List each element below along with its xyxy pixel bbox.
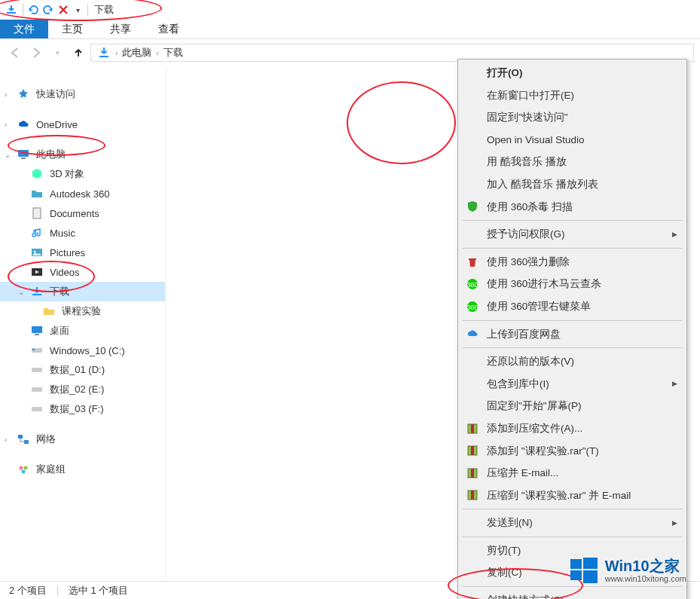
svg-rect-2: [33, 208, 41, 219]
tab-view[interactable]: 查看: [145, 20, 193, 38]
menu-restore[interactable]: 还原以前的版本(V): [460, 350, 685, 373]
svg-rect-11: [32, 387, 42, 392]
label: OneDrive: [36, 119, 78, 130]
menu-kuwo-add[interactable]: 加入 酷我音乐 播放列表: [460, 173, 685, 196]
svg-rect-9: [32, 349, 35, 350]
label: Documents: [50, 208, 99, 219]
tab-file[interactable]: 文件: [0, 20, 48, 38]
menu-add-archive[interactable]: 添加到压缩文件(A)...: [460, 417, 685, 440]
menu-add-rar[interactable]: 添加到 "课程实验.rar"(T): [460, 440, 685, 463]
menu-360-manage[interactable]: 360使用 360管理右键菜单: [460, 295, 685, 318]
sidebar-item-drive-f[interactable]: 数据_03 (F:): [0, 399, 165, 419]
watermark: Win10之家 www.win10xitong.com: [569, 555, 686, 585]
recent-dropdown-icon[interactable]: ▾: [48, 44, 66, 62]
menu-sendto[interactable]: 发送到(N): [460, 512, 685, 534]
wm-brand: Win10之家: [605, 558, 686, 574]
up-button[interactable]: [69, 44, 87, 62]
menu-open[interactable]: 打开(O): [460, 62, 685, 84]
sidebar-thispc[interactable]: ⌄ 此电脑: [0, 145, 165, 164]
menu-kuwo-play[interactable]: 用 酷我音乐 播放: [460, 151, 685, 173]
menu-archive-email[interactable]: 压缩并 E-mail...: [460, 462, 685, 484]
sidebar-item-documents[interactable]: Documents: [0, 203, 165, 223]
svg-text:360: 360: [466, 304, 478, 311]
sidebar-item-drive-e[interactable]: 数据_02 (E:): [0, 380, 165, 399]
expand-icon[interactable]: ›: [5, 121, 7, 129]
sidebar-item-autodesk[interactable]: Autodesk 360: [0, 184, 165, 203]
sidebar-item-downloads[interactable]: ⌄ 下载: [0, 282, 165, 301]
label: Autodesk 360: [50, 188, 110, 200]
sidebar-onedrive[interactable]: › OneDrive: [0, 115, 165, 134]
menu-pin-quick[interactable]: 固定到"快速访问": [460, 106, 685, 129]
svg-point-16: [24, 466, 28, 470]
archive-icon: [466, 422, 479, 435]
expand-icon[interactable]: ›: [5, 90, 7, 99]
sidebar-item-videos[interactable]: Videos: [0, 262, 165, 282]
sidebar-quick-access[interactable]: › 快速访问: [0, 84, 165, 104]
menu-include-lib[interactable]: 包含到库中(I): [460, 373, 685, 396]
desktop-icon: [30, 324, 44, 338]
collapse-icon[interactable]: ⌄: [18, 288, 24, 296]
menu-360-scan[interactable]: 使用 360杀毒 扫描: [460, 196, 685, 219]
svg-rect-32: [570, 570, 582, 580]
svg-rect-27: [471, 469, 474, 478]
collapse-icon[interactable]: ⌄: [5, 151, 11, 159]
sidebar-item-drive-d[interactable]: 数据_01 (D:): [0, 360, 165, 380]
svg-rect-7: [35, 334, 39, 335]
windows-logo-icon: [569, 555, 599, 585]
360-icon: 360: [466, 277, 479, 291]
sidebar-item-drive-c[interactable]: Windows_10 (C:): [0, 341, 165, 360]
ribbon-tabs: 文件 主页 共享 查看: [0, 20, 700, 39]
svg-point-4: [34, 251, 36, 253]
tab-home[interactable]: 主页: [48, 20, 96, 38]
label: 快速访问: [36, 87, 75, 101]
sidebar-item-3d[interactable]: 3D 对象: [0, 164, 165, 184]
svg-point-15: [20, 466, 23, 470]
video-icon: [30, 265, 44, 279]
downloads-icon: [5, 3, 18, 17]
window-title: 下载: [94, 3, 114, 17]
menu-grant-access[interactable]: 授予访问权限(G): [460, 223, 685, 246]
delete-icon[interactable]: [57, 3, 70, 17]
sidebar-homegroup[interactable]: 家庭组: [0, 460, 165, 479]
sidebar-item-desktop[interactable]: 桌面: [0, 321, 165, 341]
label: 3D 对象: [50, 167, 84, 181]
breadcrumb-sep-icon: ›: [115, 49, 118, 57]
forward-button[interactable]: [27, 44, 45, 62]
menu-baidu-cloud[interactable]: 上传到百度网盘: [460, 323, 685, 346]
svg-rect-12: [32, 407, 42, 411]
sidebar-item-pictures[interactable]: Pictures: [0, 243, 165, 262]
svg-rect-31: [583, 558, 598, 569]
menu-open-vs[interactable]: Open in Visual Studio: [460, 129, 685, 151]
menu-open-new[interactable]: 在新窗口中打开(E): [460, 84, 685, 107]
svg-rect-1: [21, 157, 26, 159]
back-button[interactable]: [6, 44, 24, 62]
sidebar-item-music[interactable]: Music: [0, 223, 165, 243]
svg-rect-30: [570, 559, 582, 569]
svg-point-17: [22, 470, 26, 474]
breadcrumb-downloads[interactable]: 下载: [164, 46, 183, 60]
svg-rect-33: [583, 570, 598, 583]
menu-archive-rar-email[interactable]: 压缩到 "课程实验.rar" 并 E-mail: [460, 484, 685, 507]
sidebar-network[interactable]: › 网络: [0, 429, 165, 449]
breadcrumb-sep-icon: ›: [156, 49, 158, 57]
menu-360-force-del[interactable]: 使用 360强力删除: [460, 251, 685, 274]
redo-icon[interactable]: [41, 3, 55, 17]
menu-shortcut[interactable]: 创建快捷方式(S): [460, 589, 685, 599]
svg-text:360: 360: [466, 281, 478, 289]
undo-icon[interactable]: [26, 3, 40, 17]
wm-url: www.win10xitong.com: [605, 574, 686, 583]
label: Pictures: [50, 247, 85, 258]
qat-dropdown-icon[interactable]: ▾: [76, 6, 80, 14]
svg-rect-29: [471, 491, 474, 500]
breadcrumb-pc[interactable]: 此电脑: [122, 46, 151, 60]
archive-icon: [466, 466, 479, 480]
tab-share[interactable]: 共享: [96, 20, 145, 38]
expand-icon[interactable]: ›: [5, 435, 7, 444]
monitor-icon: [17, 148, 30, 161]
menu-360-trojan[interactable]: 360使用 360进行木马云查杀: [460, 273, 685, 295]
label: 桌面: [50, 324, 69, 338]
sidebar-item-downloads-child[interactable]: 课程实验: [0, 301, 165, 321]
menu-pin-start[interactable]: 固定到"开始"屏幕(P): [460, 395, 685, 417]
star-icon: [17, 87, 30, 101]
label: 网络: [36, 432, 56, 446]
